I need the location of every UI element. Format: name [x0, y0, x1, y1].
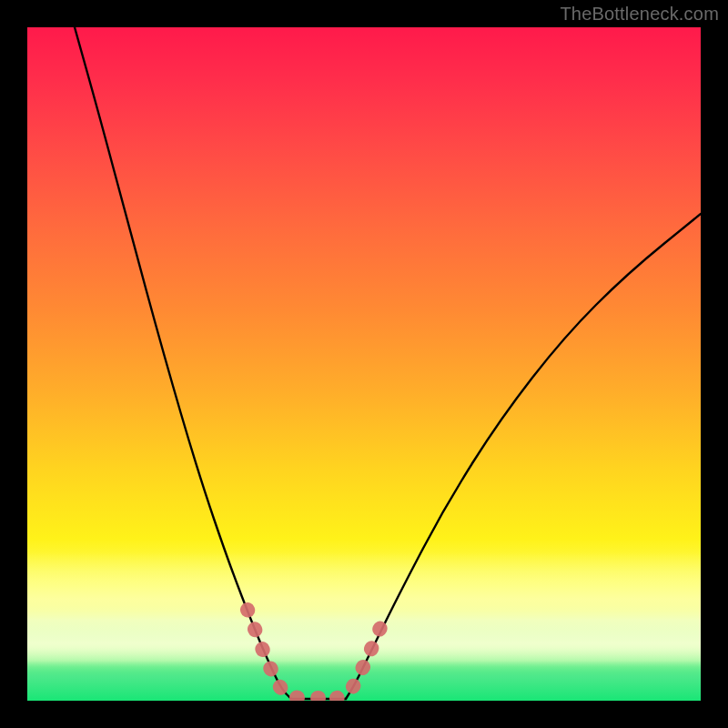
- chart-frame: TheBottleneck.com: [0, 0, 728, 728]
- highlight-left-highlight: [248, 610, 318, 698]
- series-right-curve: [346, 214, 701, 699]
- series-left-curve: [75, 27, 291, 699]
- curve-layer: [27, 27, 701, 701]
- plot-area: [27, 27, 701, 701]
- highlight-right-highlight: [337, 623, 382, 698]
- watermark-text: TheBottleneck.com: [560, 4, 719, 25]
